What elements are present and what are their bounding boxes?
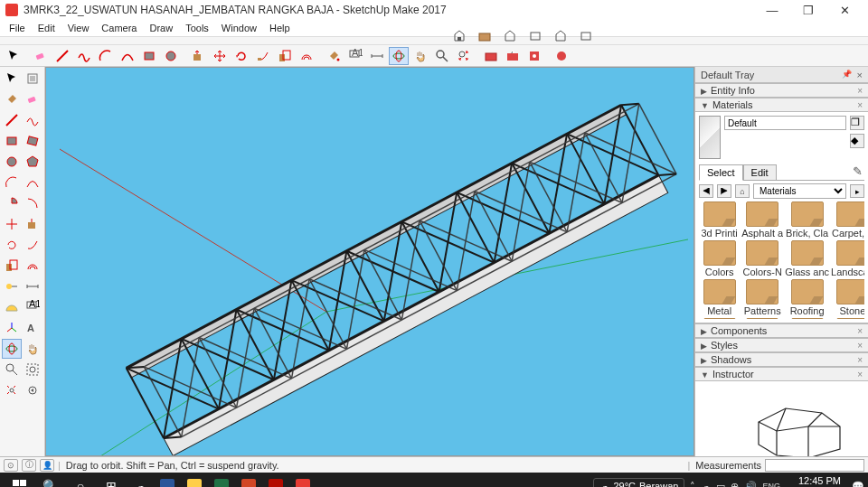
orbit-icon[interactable] [389, 47, 409, 65]
pin-icon[interactable]: 📌 [842, 70, 852, 80]
sample-paint-icon[interactable]: ◆ [850, 134, 864, 148]
viewport-3d[interactable] [45, 67, 694, 456]
tray-onedrive-icon[interactable]: ☁ [701, 481, 711, 488]
line-tool-icon[interactable] [52, 47, 72, 65]
zoomwin-icon[interactable] [23, 360, 42, 379]
polygon-icon[interactable] [23, 152, 42, 172]
measurements-input[interactable] [765, 459, 864, 472]
notifications-icon[interactable]: 💬 [852, 481, 864, 488]
tray-volume-icon[interactable]: 🔊 [744, 481, 757, 488]
zoom-extents-icon[interactable] [454, 47, 474, 65]
word-icon[interactable] [154, 473, 181, 487]
create-material-icon[interactable]: ❐ [850, 116, 864, 130]
rect-icon[interactable] [2, 131, 22, 151]
tray-wifi-icon[interactable]: ⊕ [731, 481, 739, 488]
material-folder[interactable]: Patterns [741, 279, 783, 316]
freehand2-icon[interactable] [23, 110, 42, 130]
eraser2-icon[interactable] [23, 89, 42, 109]
text2-icon[interactable]: A1 [23, 297, 42, 317]
freehand-icon[interactable] [74, 47, 94, 65]
layout-icon[interactable] [552, 47, 571, 65]
signin-icon[interactable]: 👤 [40, 459, 54, 472]
text-icon[interactable]: A1 [345, 47, 365, 65]
close-icon[interactable]: × [857, 355, 863, 365]
material-folder[interactable]: Glass anc [785, 240, 829, 277]
credit-icon[interactable]: ⓘ [22, 459, 36, 472]
tray-lang-icon[interactable]: ENG [762, 482, 780, 487]
arc3-icon[interactable] [2, 173, 22, 192]
nav-fwd-icon[interactable]: ⯈ [717, 184, 731, 198]
followme-icon[interactable] [253, 47, 273, 65]
geo-icon[interactable]: ⊙ [4, 459, 18, 472]
paintbucket-icon[interactable] [324, 47, 344, 65]
eraser-icon[interactable] [31, 47, 51, 65]
arc4-icon[interactable] [23, 173, 42, 192]
details-icon[interactable]: ▸ [850, 184, 864, 198]
offset2-icon[interactable] [23, 256, 42, 276]
share-icon[interactable] [503, 47, 523, 65]
tape-icon[interactable] [2, 276, 22, 296]
excel-icon[interactable] [208, 473, 235, 487]
nav-home-icon[interactable]: ⌂ [735, 184, 750, 198]
close-icon[interactable]: × [857, 86, 863, 96]
move2-icon[interactable] [2, 214, 22, 234]
panel-materials[interactable]: ▼Materials× [695, 98, 868, 112]
tray-header[interactable]: Default Tray 📌 × [695, 67, 868, 83]
line-icon[interactable] [2, 110, 22, 130]
prev-icon[interactable] [23, 380, 42, 400]
pushpull2-icon[interactable] [23, 214, 42, 234]
3dtext-icon[interactable]: A [23, 318, 42, 338]
powerpoint-icon[interactable] [235, 473, 262, 487]
material-folder[interactable]: Roofing [785, 279, 829, 316]
start-button[interactable] [4, 473, 34, 487]
warehouse-icon[interactable] [481, 47, 501, 65]
nav-back-icon[interactable]: ⯇ [699, 184, 713, 198]
zoom2-icon[interactable] [2, 360, 22, 379]
menu-draw[interactable]: Draw [144, 23, 178, 33]
clock[interactable]: 12:45 PM 12/28/2022 [786, 476, 846, 487]
rotate-icon[interactable] [231, 47, 251, 65]
arc-icon[interactable] [96, 47, 116, 65]
arc2-icon[interactable] [118, 47, 137, 65]
select-icon[interactable] [2, 69, 22, 89]
tray-battery-icon[interactable]: ▭ [716, 481, 725, 488]
save-icon[interactable] [503, 29, 523, 45]
menu-tools[interactable]: Tools [180, 23, 214, 33]
material-folder[interactable]: Colors-N [741, 240, 783, 277]
move-icon[interactable] [210, 47, 230, 65]
menu-window[interactable]: Window [216, 23, 262, 33]
material-folder[interactable]: Window [831, 318, 864, 319]
panel-instructor[interactable]: ▼Instructor× [695, 367, 868, 381]
close-icon[interactable]: × [857, 370, 863, 379]
component-icon[interactable] [553, 29, 573, 45]
orbit2-icon[interactable] [2, 339, 22, 359]
maximize-button[interactable]: ❐ [790, 0, 826, 20]
circle-icon[interactable] [161, 47, 181, 65]
panel-entity-info[interactable]: ▶Entity Info× [695, 83, 868, 98]
extension-icon[interactable] [524, 47, 544, 65]
material-folder[interactable]: Water [785, 318, 829, 319]
open-file-icon[interactable] [477, 29, 497, 45]
make-component-icon[interactable] [23, 69, 42, 89]
material-folder[interactable]: Metal [699, 279, 740, 316]
rotrect-icon[interactable] [23, 131, 42, 151]
axes-icon[interactable] [2, 318, 22, 338]
materials-tab-edit[interactable]: Edit [743, 164, 777, 181]
pan-icon[interactable] [410, 47, 430, 65]
scale2-icon[interactable] [2, 256, 22, 276]
paint-icon[interactable] [2, 89, 22, 109]
material-folder[interactable]: Synthetic [699, 318, 740, 319]
rectangle-icon[interactable] [139, 47, 159, 65]
panel-styles[interactable]: ▶Styles× [695, 338, 868, 352]
model-icon[interactable] [579, 29, 599, 45]
menu-file[interactable]: File [4, 23, 31, 33]
material-preview[interactable] [699, 116, 721, 159]
print-icon[interactable] [528, 29, 548, 45]
material-folder[interactable]: Tile [741, 318, 783, 319]
zoomext2-icon[interactable] [2, 380, 22, 400]
menu-help[interactable]: Help [264, 23, 296, 33]
dimension2-icon[interactable] [23, 276, 42, 296]
materials-tab-select[interactable]: Select [699, 164, 743, 181]
material-folder[interactable]: Landscap [831, 240, 864, 277]
select-tool-icon[interactable] [4, 47, 24, 65]
